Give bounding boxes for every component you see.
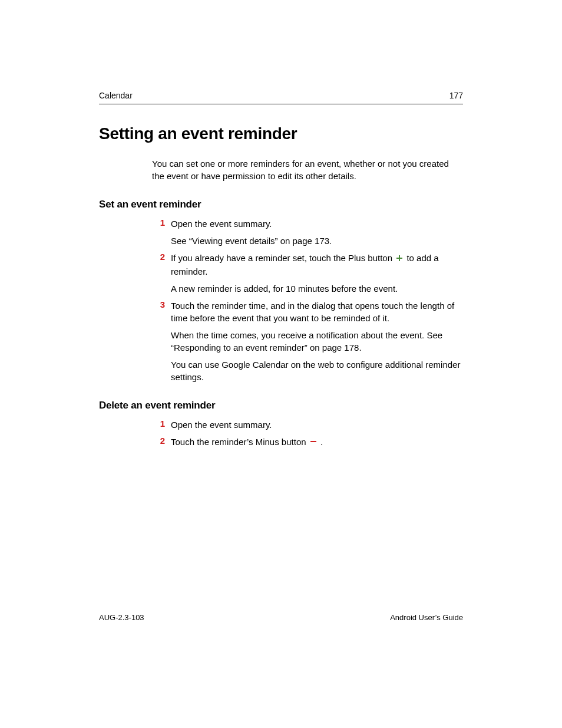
footer-right: Android User’s Guide [390, 613, 463, 622]
step-body: Open the event summary. [171, 419, 463, 431]
plus-icon [396, 252, 403, 265]
section-heading: Delete an event reminder [99, 400, 463, 411]
step-body: If you already have a reminder set, touc… [171, 252, 463, 295]
intro-paragraph: You can set one or more reminders for an… [152, 157, 463, 182]
step-text: Open the event summary. [171, 419, 463, 431]
step-number: 2 [152, 436, 165, 449]
step-text: See “Viewing event details” on page 173. [171, 235, 463, 247]
header-section-label: Calendar [99, 91, 133, 100]
step-text-post: . [318, 437, 323, 447]
step-item: 2 If you already have a reminder set, to… [152, 252, 463, 295]
step-text: A new reminder is added, for 10 minutes … [171, 282, 463, 295]
section-heading: Set an event reminder [99, 199, 463, 210]
step-text: Open the event summary. [171, 218, 463, 230]
step-number: 1 [152, 419, 165, 431]
footer-left: AUG-2.3-103 [99, 613, 144, 622]
step-text-pre: Touch the reminder’s Minus button [171, 437, 306, 447]
step-item: 3 Touch the reminder time, and in the di… [152, 299, 463, 383]
page-footer: AUG-2.3-103 Android User’s Guide [99, 613, 463, 622]
step-item: 1 Open the event summary. See “Viewing e… [152, 218, 463, 247]
section-delete-reminder: Delete an event reminder 1 Open the even… [99, 400, 463, 449]
page-title: Setting an event reminder [99, 124, 463, 143]
step-text: If you already have a reminder set, touc… [171, 252, 463, 278]
step-text: When the time comes, you receive a notif… [171, 329, 463, 354]
running-header: Calendar 177 [99, 91, 463, 104]
step-number: 2 [152, 252, 165, 295]
step-number: 3 [152, 299, 165, 383]
minus-icon [310, 436, 317, 448]
step-item: 1 Open the event summary. [152, 419, 463, 431]
step-text: Touch the reminder time, and in the dial… [171, 299, 463, 324]
step-list: 1 Open the event summary. 2 Touch the re… [152, 419, 463, 449]
page-number: 177 [449, 91, 463, 100]
step-text-pre: If you already have a reminder set, touc… [171, 253, 392, 263]
step-item: 2 Touch the reminder’s Minus button . [152, 436, 463, 449]
svg-rect-1 [396, 258, 402, 259]
step-text: Touch the reminder’s Minus button . [171, 436, 463, 449]
step-list: 1 Open the event summary. See “Viewing e… [152, 218, 463, 383]
step-body: Touch the reminder time, and in the dial… [171, 299, 463, 383]
step-body: Open the event summary. See “Viewing eve… [171, 218, 463, 247]
section-set-reminder: Set an event reminder 1 Open the event s… [99, 199, 463, 383]
step-number: 1 [152, 218, 165, 247]
svg-rect-2 [310, 441, 316, 442]
document-page: Calendar 177 Setting an event reminder Y… [0, 0, 562, 449]
step-text: You can use Google Calendar on the web t… [171, 358, 463, 383]
step-body: Touch the reminder’s Minus button . [171, 436, 463, 449]
